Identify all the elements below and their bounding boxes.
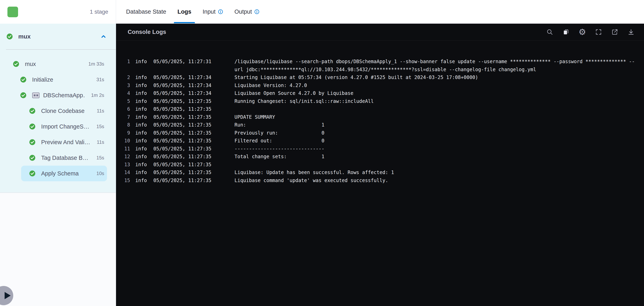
step-row[interactable]: Initialize 31s: [20, 72, 107, 87]
log-line-number[interactable]: 5: [121, 97, 130, 105]
tab-input[interactable]: Input: [199, 0, 227, 23]
tab-logs[interactable]: Logs: [174, 0, 195, 23]
settings-icon[interactable]: ⚙: [578, 28, 586, 36]
step-row[interactable]: Clone Codebase 11s: [21, 103, 107, 119]
fullscreen-icon[interactable]: [595, 28, 602, 36]
log-line-number[interactable]: 15: [121, 177, 130, 185]
log-message: Liquibase: Update has been successful. R…: [234, 169, 394, 177]
success-check-icon: [29, 123, 36, 130]
chevron-up-icon[interactable]: [100, 33, 106, 40]
step-row[interactable]: Preview And Vali… 11s: [21, 134, 107, 150]
log-row: 2 info 05/05/2025, 11:27:34 Starting Liq…: [121, 74, 635, 82]
log-row: 6 info 05/05/2025, 11:27:35: [121, 105, 635, 113]
expand-panel-handle[interactable]: [0, 286, 13, 305]
tab-label: Input: [202, 8, 216, 15]
log-level: info: [135, 153, 147, 161]
log-line-number[interactable]: 2: [121, 74, 130, 82]
open-in-new-icon[interactable]: [611, 28, 618, 36]
log-row: 15 info 05/05/2025, 11:27:35 Liquibase c…: [121, 177, 635, 185]
success-check-icon: [29, 170, 36, 177]
step-row[interactable]: Apply Schema 10s: [21, 166, 107, 181]
pipeline-execution-view: 1 stage mux mux 1m 33s: [0, 0, 644, 306]
log-message: Total change sets: 1: [234, 153, 324, 161]
success-check-icon: [29, 155, 36, 161]
tab-database-state[interactable]: Database State: [122, 0, 170, 23]
step-row[interactable]: Tag Database B… 15s: [21, 150, 107, 166]
log-level: info: [135, 177, 147, 185]
log-timestamp: 05/05/2025, 11:27:35: [153, 113, 212, 121]
log-message: Starting Liquibase at 05:57:34 (version …: [234, 74, 478, 82]
log-line-number[interactable]: 6: [121, 105, 130, 113]
log-timestamp: 05/05/2025, 11:27:34: [153, 89, 212, 97]
success-check-icon: [13, 61, 19, 67]
log-row: 8 info 05/05/2025, 11:27:35 Run: 1: [121, 121, 635, 129]
log-line-number[interactable]: 4: [121, 89, 130, 97]
search-icon[interactable]: [546, 28, 554, 36]
log-level: info: [135, 105, 147, 113]
log-line-number[interactable]: 12: [121, 153, 130, 161]
step-row[interactable]: mux 1m 33s: [13, 56, 107, 72]
log-line-number[interactable]: 11: [121, 145, 130, 153]
tab-label: Database State: [126, 8, 166, 15]
log-level: info: [135, 169, 147, 177]
log-row: 14 info 05/05/2025, 11:27:35 Liquibase: …: [121, 169, 635, 177]
log-timestamp: 05/05/2025, 11:27:35: [153, 129, 212, 137]
log-timestamp: 05/05/2025, 11:27:35: [153, 161, 212, 169]
copy-icon[interactable]: [562, 28, 570, 36]
step-row[interactable]: DBSchemaApp… 1m 2s: [20, 87, 107, 103]
log-line-number[interactable]: 1: [121, 58, 130, 66]
success-check-icon: [20, 76, 26, 83]
log-message: Filtered out: 0: [234, 137, 324, 145]
log-message: Liquibase command 'update' was executed …: [234, 177, 388, 185]
step-label: Import ChangeS…: [41, 123, 91, 130]
step-label: mux: [25, 61, 83, 67]
step-label: Initialize: [32, 76, 91, 83]
stage-status-chip[interactable]: [8, 6, 18, 17]
success-check-icon: [29, 108, 36, 114]
log-line-number[interactable]: 7: [121, 113, 130, 121]
log-row: 4 info 05/05/2025, 11:27:34 Liquibase Op…: [121, 89, 635, 97]
log-row: 13 info 05/05/2025, 11:27:35: [121, 161, 635, 169]
step-row[interactable]: Import ChangeS… 15s: [21, 119, 107, 134]
tab-output[interactable]: Output: [231, 0, 263, 23]
log-level: info: [135, 161, 147, 169]
log-line-number[interactable]: 10: [121, 137, 130, 145]
log-timestamp: 05/05/2025, 11:27:34: [153, 74, 212, 82]
step-duration: 11s: [97, 108, 107, 114]
console-toolbar: ⚙: [546, 28, 635, 36]
log-line-number[interactable]: 9: [121, 129, 130, 137]
log-line-number[interactable]: 3: [121, 82, 130, 90]
log-area: 1 info 05/05/2025, 11:27:31 /liquibase/l…: [116, 40, 644, 193]
step-label: Clone Codebase: [41, 108, 91, 114]
download-icon[interactable]: [627, 28, 635, 36]
step-duration: 11s: [97, 139, 107, 145]
log-level: info: [135, 121, 147, 129]
console-header: Console Logs ⚙: [116, 24, 644, 40]
step-duration: 1m 2s: [91, 92, 107, 98]
log-timestamp: 05/05/2025, 11:27:34: [153, 82, 212, 90]
stage-count-label: 1 stage: [90, 9, 108, 15]
log-timestamp: 05/05/2025, 11:27:35: [153, 153, 212, 161]
log-message: Run: 1: [234, 121, 324, 129]
log-level: info: [135, 137, 147, 145]
log-message: Running Changeset: sql/init.sql::raw::in…: [234, 97, 374, 105]
stage-header[interactable]: mux: [0, 24, 116, 49]
step-label: Tag Database B…: [41, 155, 91, 161]
log-timestamp: 05/05/2025, 11:27:35: [153, 177, 212, 185]
active-tab-underline: [174, 22, 195, 23]
step-duration: 15s: [96, 155, 107, 161]
log-line-number[interactable]: 8: [121, 121, 130, 129]
log-message: Liquibase Version: 4.27.0: [234, 82, 307, 90]
play-arrow-icon: [4, 292, 11, 299]
log-timestamp: 05/05/2025, 11:27:31: [153, 58, 212, 66]
log-message: Previously run: 0: [234, 129, 324, 137]
log-level: info: [135, 58, 147, 66]
info-icon[interactable]: [254, 9, 260, 14]
log-row: 3 info 05/05/2025, 11:27:34 Liquibase Ve…: [121, 82, 635, 90]
info-icon[interactable]: [218, 9, 223, 14]
log-line-number[interactable]: 14: [121, 169, 130, 177]
log-line-number[interactable]: 13: [121, 161, 130, 169]
console-title: Console Logs: [128, 29, 166, 35]
log-row: 1 info 05/05/2025, 11:27:31 /liquibase/l…: [121, 58, 635, 74]
main-content: Database State Logs Input Output Console…: [116, 0, 644, 306]
